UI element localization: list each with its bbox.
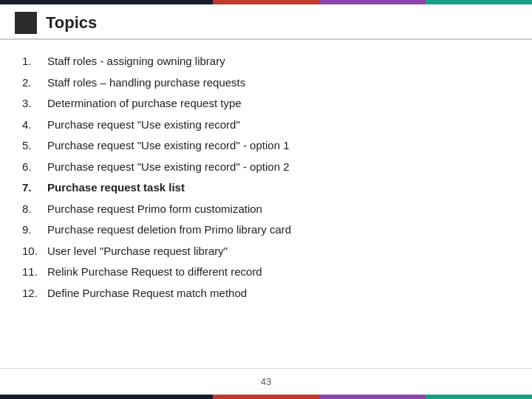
page-wrapper: Topics 1.Staff roles - assigning owning … [0,0,532,399]
list-item: 1.Staff roles - assigning owning library [22,53,510,70]
item-text: Staff roles – handling purchase requests [47,75,245,92]
item-number: 9. [22,222,47,239]
list-item: 10.User level "Purchase request library" [22,243,510,260]
item-number: 3. [22,95,47,112]
item-text: Purchase request "Use existing record" -… [47,159,289,176]
header: Topics [0,4,532,40]
topics-list: 1.Staff roles - assigning owning library… [22,53,510,301]
main-content: 1.Staff roles - assigning owning library… [0,40,532,368]
item-number: 5. [22,137,47,154]
item-number: 2. [22,75,47,92]
list-item: 2.Staff roles – handling purchase reques… [22,75,510,92]
footer: 43 [0,368,532,395]
list-item: 11.Relink Purchase Request to different … [22,264,510,281]
item-number: 8. [22,201,47,218]
item-text: User level "Purchase request library" [47,243,228,260]
item-number: 12. [22,285,47,302]
item-text: Define Purchase Request match method [47,285,247,302]
bottom-accent-bar [0,395,532,399]
list-item: 6.Purchase request "Use existing record"… [22,159,510,176]
item-number: 6. [22,159,47,176]
list-item: 4.Purchase request "Use existing record" [22,117,510,134]
page-number: 43 [261,376,271,387]
item-text: Purchase request task list [47,180,185,197]
item-number: 1. [22,53,47,70]
item-text: Staff roles - assigning owning library [47,53,225,70]
item-text: Relink Purchase Request to different rec… [47,264,262,281]
list-item: 9.Purchase request deletion from Primo l… [22,222,510,239]
item-text: Purchase request deletion from Primo lib… [47,222,291,239]
item-text: Purchase request "Use existing record" -… [47,137,289,154]
header-icon-block [15,12,37,34]
list-item: 12.Define Purchase Request match method [22,285,510,302]
item-text: Purchase request Primo form customizatio… [47,201,262,218]
item-number: 7. [22,180,47,197]
item-text: Purchase request "Use existing record" [47,117,240,134]
list-item: 3.Determination of purchase request type [22,95,510,112]
item-number: 11. [22,264,47,281]
list-item: 7.Purchase request task list [22,180,510,197]
item-number: 10. [22,243,47,260]
page-title: Topics [46,13,97,33]
item-number: 4. [22,117,47,134]
list-item: 5.Purchase request "Use existing record"… [22,137,510,154]
list-item: 8.Purchase request Primo form customizat… [22,201,510,218]
item-text: Determination of purchase request type [47,95,242,112]
